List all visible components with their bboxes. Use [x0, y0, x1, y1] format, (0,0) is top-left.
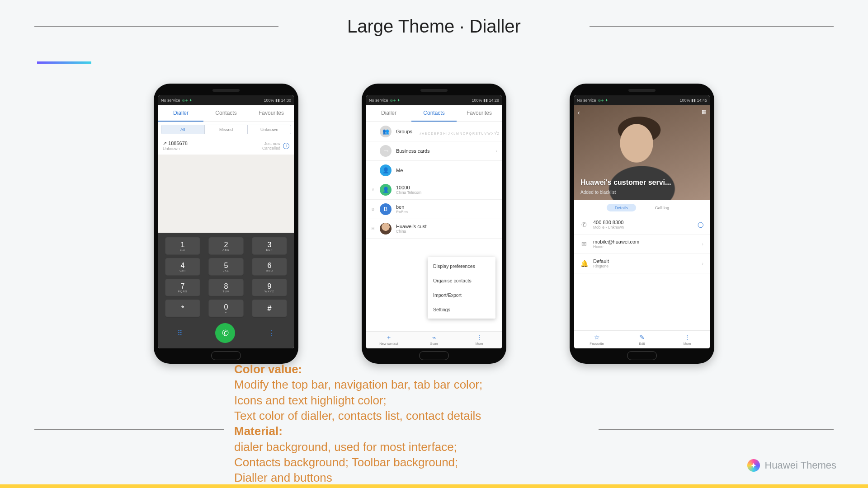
avatar: B: [380, 203, 392, 215]
seg-all[interactable]: All: [161, 125, 205, 134]
overflow-menu: Display preferences Organise contacts Im…: [428, 257, 495, 319]
tab-dialler[interactable]: Dialler: [366, 105, 411, 122]
status-icons: ⎋ ⏚ ✦: [182, 98, 193, 103]
contact-sub: Added to blacklist: [580, 190, 616, 195]
tabs: Dialler Contacts Favourites: [366, 105, 502, 122]
group-icon: 👥: [380, 126, 392, 137]
filter-segments: All Missed Unknown: [161, 125, 291, 134]
tab-favourites[interactable]: Favourites: [249, 105, 294, 122]
tabs: Dialler Contacts Favourites: [158, 105, 294, 122]
qr-icon[interactable]: ▦: [702, 109, 706, 115]
screen-contact-detail: No service⎋ ⏚ ✦ 100% ▮▮ 14:45 ‹ ▦ Huawei…: [574, 95, 710, 348]
avatar: 👤: [380, 184, 392, 196]
star-icon: ☆: [574, 333, 619, 341]
phone-icon: ✆: [222, 328, 229, 338]
key-7[interactable]: 7PQRS: [165, 279, 200, 297]
pill-details[interactable]: Details: [607, 204, 636, 211]
contacts-me[interactable]: 👤 Me: [366, 161, 502, 180]
dialpad: 1o.o 2ABC 3DEF 4GHI 5JKL 6MNO 7PQRS 8TUV…: [158, 233, 294, 348]
recent-call-row[interactable]: ↗ 1885678 Unknown Just now Cancelled i: [158, 137, 294, 155]
chevron-right-icon: ›: [495, 148, 497, 154]
info-icon[interactable]: i: [283, 143, 289, 149]
dialpad-more-icon[interactable]: ⋮: [268, 329, 275, 338]
contact-row[interactable]: #👤 10000China Telecom: [366, 180, 502, 200]
brand-logo-icon: ✦: [747, 459, 760, 472]
key-1[interactable]: 1o.o: [165, 237, 200, 255]
phone-contact-detail: No service⎋ ⏚ ✦ 100% ▮▮ 14:45 ‹ ▦ Huawei…: [570, 84, 714, 364]
toolbar-scan[interactable]: ⌁Scan: [411, 332, 457, 348]
avatar: 👤: [380, 164, 392, 176]
back-icon[interactable]: ‹: [578, 109, 580, 116]
key-6[interactable]: 6MNO: [252, 258, 287, 276]
toolbar-new-contact[interactable]: +New contact: [366, 332, 411, 348]
phone-icon: ✆: [580, 221, 588, 228]
edit-icon: ✎: [619, 333, 665, 341]
menu-import-export[interactable]: Import/Export: [428, 288, 495, 302]
phone-dialler: No service⎋ ⏚ ✦ 100% ▮▮ 14:30 Dialler Co…: [154, 84, 298, 364]
message-icon[interactable]: ◯: [698, 221, 703, 228]
contact-name: Huawei's customer servi...: [580, 178, 671, 187]
tab-dialler[interactable]: Dialler: [158, 105, 203, 122]
key-4[interactable]: 4GHI: [165, 258, 200, 276]
toolbar-more[interactable]: ⋮More: [665, 331, 710, 348]
notes-block: Color value: Modify the top bar, navigat…: [234, 361, 578, 486]
dialpad-grid-icon[interactable]: ⠿: [177, 329, 183, 338]
seg-missed[interactable]: Missed: [205, 125, 248, 134]
menu-display-prefs[interactable]: Display preferences: [428, 259, 495, 273]
key-star[interactable]: *: [165, 300, 200, 318]
more-icon: ⋮: [457, 334, 502, 341]
detail-email[interactable]: ✉ mobile@huawei.comHome ›: [574, 235, 710, 254]
key-3[interactable]: 3DEF: [252, 237, 287, 255]
call-button[interactable]: ✆: [215, 323, 235, 343]
rule-bot-right: [599, 429, 834, 430]
pill-call-log[interactable]: Call log: [647, 204, 678, 211]
key-5[interactable]: 5JKL: [208, 258, 244, 276]
notes-color-heading: Color value:: [234, 362, 302, 376]
avatar: [380, 223, 392, 235]
contact-hero: ‹ ▦ Huawei's customer servi... Added to …: [574, 105, 710, 200]
more-icon: ⋮: [665, 333, 710, 341]
status-bar: No service⎋ ⏚ ✦ 100% ▮▮ 14:45: [574, 95, 710, 105]
phone-contacts: No service⎋ ⏚ ✦ 100% ▮▮ 14:28 Dialler Co…: [362, 84, 506, 364]
key-0[interactable]: 0+: [208, 300, 244, 318]
bottom-toolbar: +New contact ⌁Scan ⋮More: [366, 331, 502, 348]
tab-favourites[interactable]: Favourites: [457, 105, 502, 122]
menu-settings[interactable]: Settings: [428, 302, 495, 317]
detail-ringtone[interactable]: 🔔 DefaultRingtone ›: [574, 254, 710, 273]
seg-unknown[interactable]: Unknown: [248, 125, 291, 134]
plus-icon: +: [366, 334, 411, 341]
tab-contacts[interactable]: Contacts: [411, 105, 457, 122]
dialler-background: [158, 155, 294, 233]
key-8[interactable]: 8TUV: [208, 279, 244, 297]
contacts-business-cards[interactable]: ▭ Business cards ›: [366, 141, 502, 161]
phones-row: No service⎋ ⏚ ✦ 100% ▮▮ 14:30 Dialler Co…: [0, 84, 868, 364]
accent-bar: [37, 61, 91, 64]
scan-icon: ⌁: [411, 334, 457, 341]
outgoing-icon: ↗: [163, 141, 168, 146]
notes-material-heading: Material:: [234, 424, 283, 438]
alpha-index[interactable]: # A B C D E F G H I J K L M N O P Q R S …: [420, 131, 499, 136]
screen-contacts: No service⎋ ⏚ ✦ 100% ▮▮ 14:28 Dialler Co…: [366, 95, 502, 348]
page-title: Large Theme · Dialler: [0, 16, 868, 37]
footer-accent: [0, 484, 868, 488]
chevron-right-icon: ›: [702, 261, 703, 266]
card-icon: ▭: [380, 145, 392, 157]
brand: ✦ Huawei Themes: [747, 459, 836, 472]
tab-contacts[interactable]: Contacts: [203, 105, 249, 122]
toolbar-favourite[interactable]: ☆Favourite: [574, 331, 619, 348]
screen-dialler: No service⎋ ⏚ ✦ 100% ▮▮ 14:30 Dialler Co…: [158, 95, 294, 348]
key-hash[interactable]: #: [252, 300, 287, 318]
chevron-right-icon: ›: [702, 241, 703, 247]
contact-row[interactable]: BB benRuBen: [366, 200, 502, 219]
mail-icon: ✉: [580, 240, 588, 248]
menu-organise[interactable]: Organise contacts: [428, 273, 495, 288]
key-2[interactable]: 2ABC: [208, 237, 244, 255]
bell-icon: 🔔: [580, 260, 588, 267]
contact-row[interactable]: H Huawei's custChina: [366, 219, 502, 239]
key-9[interactable]: 9WXYZ: [252, 279, 287, 297]
status-bar: No service⎋ ⏚ ✦ 100% ▮▮ 14:28: [366, 95, 502, 105]
toolbar-more[interactable]: ⋮More: [457, 332, 502, 348]
toolbar-edit[interactable]: ✎Edit: [619, 331, 665, 348]
detail-phone[interactable]: ✆ 400 830 8300Mobile - Unknown ◯: [574, 215, 710, 235]
detail-tabs: Details Call log: [574, 200, 710, 215]
